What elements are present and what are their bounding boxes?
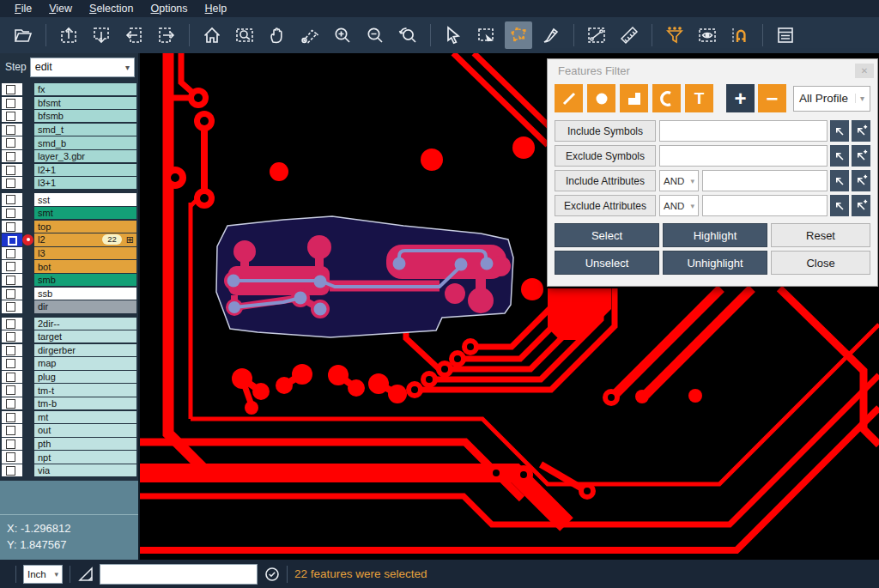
active-layer-indicator[interactable] [22, 344, 34, 356]
close-button[interactable]: Close [771, 251, 870, 275]
active-layer-indicator[interactable] [22, 260, 34, 272]
exclude-attributes-input[interactable] [702, 195, 827, 216]
menu-selection[interactable]: Selection [82, 1, 141, 16]
layer-name-cell[interactable]: 2dir-- ⊞ [34, 318, 136, 330]
layer-checkbox[interactable] [2, 411, 22, 423]
command-input[interactable] [100, 564, 258, 585]
unhighlight-button[interactable]: Unhighlight [663, 251, 767, 275]
import-left-icon[interactable] [120, 21, 148, 49]
layer-name-cell[interactable]: bfsmt ⊞ [34, 97, 136, 109]
active-layer-indicator[interactable] [22, 150, 34, 162]
layer-checkbox[interactable] [2, 464, 22, 476]
unit-select[interactable]: Inch ▾ [23, 565, 63, 584]
layer-checkbox[interactable] [2, 288, 22, 300]
layer-name-cell[interactable]: npt ⊞ [34, 451, 136, 463]
layer-checkbox[interactable] [2, 207, 22, 219]
refresh-check-icon[interactable] [264, 567, 280, 582]
measure-icon[interactable] [583, 21, 610, 49]
active-layer-indicator[interactable] [22, 371, 34, 383]
exclude-attributes-logic-select[interactable]: AND ▾ [659, 195, 699, 216]
reset-button[interactable]: Reset [771, 223, 870, 247]
layer-display-icon[interactable] [694, 21, 721, 49]
layer-checkbox[interactable] [2, 136, 22, 149]
zoom-out-icon[interactable] [361, 21, 389, 49]
filter-positive-button[interactable]: + [726, 84, 755, 112]
zoom-fit-icon[interactable] [231, 21, 258, 49]
filter-surface-button[interactable] [620, 84, 648, 112]
exclude-attributes-button[interactable]: Exclude Attributes [555, 195, 656, 216]
layer-checkbox[interactable] [2, 274, 22, 286]
home-icon[interactable] [198, 21, 226, 49]
filter-pad-button[interactable] [587, 84, 615, 112]
layer-checkbox[interactable] [2, 344, 22, 356]
layer-checkbox[interactable] [2, 384, 22, 396]
select-icon[interactable] [440, 21, 467, 49]
features-filter-icon[interactable] [661, 21, 688, 49]
layer-name-cell[interactable]: smb ⊞ [34, 274, 136, 286]
layer-checkbox[interactable] [2, 451, 22, 463]
zoom-window-icon[interactable] [296, 21, 324, 49]
layer-name-cell[interactable]: dirgerber ⊞ [34, 344, 136, 356]
menu-options[interactable]: Options [142, 1, 195, 16]
filter-line-button[interactable] [555, 84, 583, 112]
layer-name-cell[interactable]: layer_3.gbr ⊞ [34, 150, 136, 162]
import-bottom-icon[interactable] [88, 21, 115, 49]
import-right-icon[interactable] [153, 21, 180, 49]
report-icon[interactable] [772, 21, 799, 49]
layer-name-cell[interactable]: map ⊞ [34, 357, 136, 369]
pick-add-attribute-icon[interactable] [852, 195, 870, 216]
layer-name-cell[interactable]: fx ⊞ [34, 83, 136, 95]
active-layer-indicator[interactable] [22, 221, 34, 233]
import-top-icon[interactable] [55, 21, 82, 49]
active-layer-indicator[interactable] [22, 424, 34, 436]
include-attributes-button[interactable]: Include Attributes [555, 170, 656, 191]
dialog-titlebar[interactable]: Features Filter ✕ [548, 59, 877, 81]
layer-checkbox[interactable] [2, 177, 22, 189]
unselect-button[interactable]: Unselect [555, 251, 659, 275]
active-layer-indicator[interactable] [22, 330, 34, 342]
layer-name-cell[interactable]: smd_t ⊞ [34, 124, 136, 136]
layer-checkbox[interactable] [2, 193, 22, 205]
active-layer-indicator[interactable] [22, 357, 34, 369]
include-symbols-input[interactable] [659, 120, 827, 142]
pick-symbol-icon[interactable] [830, 145, 849, 167]
active-layer-indicator[interactable] [22, 274, 34, 286]
layer-name-cell[interactable]: tm-b ⊞ [34, 397, 136, 409]
menu-file[interactable]: File [7, 1, 39, 16]
layer-name-cell[interactable]: bfsmb ⊞ [34, 110, 136, 122]
layer-checkbox[interactable] [2, 300, 22, 312]
active-layer-indicator[interactable] [22, 438, 34, 450]
open-icon[interactable] [9, 21, 37, 49]
pick-add-attribute-icon[interactable] [852, 170, 870, 191]
layer-checkbox[interactable] [2, 260, 22, 272]
active-layer-indicator[interactable] [22, 233, 34, 246]
layer-name-cell[interactable]: out ⊞ [34, 424, 136, 436]
layer-name-cell[interactable]: l2 22 ⊞ [34, 233, 136, 246]
layer-name-cell[interactable]: smt ⊞ [34, 207, 136, 219]
filter-negative-button[interactable]: − [758, 84, 786, 112]
layer-checkbox[interactable] [2, 221, 22, 233]
layer-name-cell[interactable]: smd_b ⊞ [34, 136, 136, 149]
pick-add-symbol-icon[interactable] [852, 145, 870, 167]
layer-name-cell[interactable]: plug ⊞ [34, 371, 136, 383]
filter-arc-button[interactable] [652, 84, 681, 112]
layer-name-cell[interactable]: l3+1 ⊞ [34, 177, 136, 189]
select-button[interactable]: Select [555, 223, 659, 247]
layer-checkbox[interactable] [2, 424, 22, 436]
active-layer-indicator[interactable] [22, 300, 34, 312]
active-layer-indicator[interactable] [22, 193, 34, 205]
highlight-button[interactable]: Highlight [663, 223, 767, 247]
exclude-symbols-button[interactable]: Exclude Symbols [555, 145, 656, 167]
pan-icon[interactable] [264, 21, 291, 49]
layer-checkbox[interactable] [2, 357, 22, 369]
active-layer-indicator[interactable] [22, 164, 34, 176]
active-layer-indicator[interactable] [22, 136, 34, 149]
include-attributes-logic-select[interactable]: AND ▾ [659, 170, 699, 191]
menu-view[interactable]: View [41, 1, 80, 16]
layer-name-cell[interactable]: bot ⊞ [34, 260, 136, 272]
active-layer-indicator[interactable] [22, 207, 34, 219]
active-layer-indicator[interactable] [22, 451, 34, 463]
pick-attribute-icon[interactable] [830, 195, 849, 216]
active-layer-indicator[interactable] [22, 397, 34, 409]
layer-checkbox[interactable] [2, 438, 22, 450]
